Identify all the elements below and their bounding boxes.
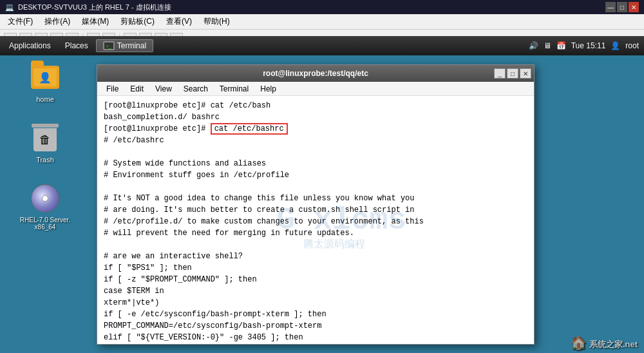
network-icon[interactable]: 🖥	[544, 41, 551, 50]
taskbar-applications[interactable]: Applications	[3, 40, 57, 52]
term-line-1: [root@linuxprobe etc]# cat /etc/bash	[104, 100, 527, 111]
close-button[interactable]: ✕	[629, 2, 639, 12]
home-folder-icon: 👤	[30, 62, 61, 93]
desktop-icon-trash[interactable]: 🗑 Trash	[19, 122, 71, 164]
trash-label: Trash	[36, 156, 54, 164]
bottom-watermark-text: 系统之家.net	[589, 339, 638, 349]
term-line-9: # It's NOT a good idea to change this fi…	[104, 193, 527, 204]
term-line-15: if [ "$PS1" ]; then	[104, 262, 527, 274]
trash-body: 🗑	[33, 128, 57, 151]
volume-icon[interactable]: 🔊	[529, 41, 538, 50]
applications-label: Applications	[9, 41, 51, 50]
terminal-minimize[interactable]: _	[494, 68, 506, 79]
terminal-win-controls: _ □ ✕	[494, 68, 531, 79]
folder-shape: 👤	[31, 66, 59, 89]
menu-clipboard[interactable]: 剪贴板(C)	[115, 15, 160, 28]
vm-icon: 💻	[5, 3, 14, 12]
term-line-4: # /etc/bashrc	[104, 135, 527, 146]
terminal-title: root@linuxprobe:/test/qq/etc	[263, 69, 368, 78]
term-line-12: # will prevent the need for merging in f…	[104, 227, 527, 239]
term-line-2: bash_completion.d/ bashrc	[104, 111, 527, 123]
trash-icon-img: 🗑	[30, 122, 61, 153]
menu-action[interactable]: 操作(A)	[39, 15, 75, 28]
term-line-22: PROMPT_COMMAND="__vte_prompt_command"	[104, 343, 527, 344]
term-line-21: elif [ "${VTE_VERSION:-0}" -ge 3405 ]; t…	[104, 332, 527, 343]
terminal-menubar: File Edit View Search Terminal Help	[97, 82, 534, 96]
taskbar-places[interactable]: Places	[59, 40, 95, 52]
vm-title: DESKTOP-SVTVUU3 上的 RHEL 7 - 虚拟机连接	[18, 3, 171, 12]
desktop-icon-dvd[interactable]: RHEL-7.0 Server. x86_64	[19, 183, 71, 231]
terminal-icon-text: >_	[106, 44, 111, 48]
titlebar-left: 💻 DESKTOP-SVTVUU3 上的 RHEL 7 - 虚拟机连接	[5, 3, 171, 12]
titlebar-controls: — □ ✕	[605, 2, 639, 12]
terminal-close[interactable]: ✕	[520, 68, 531, 79]
term-line-7: # Environment stuff goes in /etc/profile	[104, 169, 527, 181]
vm-titlebar: 💻 DESKTOP-SVTVUU3 上的 RHEL 7 - 虚拟机连接 — □ …	[0, 0, 644, 14]
bottom-watermark: 🏠 系统之家.net	[571, 335, 638, 350]
menu-file[interactable]: 文件(F)	[3, 15, 38, 28]
taskbar-right: 🔊 🖥 📅 Tue 15:11 👤 root	[529, 41, 641, 50]
trash-symbol: 🗑	[39, 133, 51, 147]
trash-lid	[32, 124, 59, 128]
term-menu-search[interactable]: Search	[178, 84, 213, 94]
user-icon: 👤	[611, 41, 620, 50]
terminal-icon: >_	[103, 41, 115, 50]
term-line-6: # System wide functions and aliases	[104, 158, 527, 169]
term-line-19: if [ -e /etc/sysconfig/bash-prompt-xterm…	[104, 309, 527, 320]
dvd-hole	[42, 195, 48, 202]
dvd-icon-img	[30, 183, 61, 214]
menu-view[interactable]: 查看(V)	[161, 15, 197, 28]
term-line-5	[104, 146, 527, 158]
term-line-18: xterm*|vte*)	[104, 297, 527, 309]
maximize-button[interactable]: □	[617, 2, 627, 12]
terminal-content: [root@linuxprobe etc]# cat /etc/bash bas…	[97, 96, 534, 344]
desktop-icon-home[interactable]: 👤 home	[19, 62, 71, 103]
term-line-8	[104, 181, 527, 193]
term-line-10: # are doing. It's much better to create …	[104, 204, 527, 216]
term-cmd-highlight: cat /etc/bashrc	[211, 123, 288, 135]
minimize-button[interactable]: —	[605, 2, 616, 12]
menu-media[interactable]: 媒体(M)	[77, 15, 114, 28]
dvd-shape	[31, 184, 59, 213]
folder-inner: 👤	[33, 68, 57, 86]
term-line-17: case $TERM in	[104, 285, 527, 297]
trash-shape: 🗑	[33, 124, 57, 152]
vm-menubar: 文件(F) 操作(A) 媒体(M) 剪贴板(C) 查看(V) 帮助(H)	[0, 14, 644, 30]
term-menu-help[interactable]: Help	[255, 84, 281, 94]
term-menu-edit[interactable]: Edit	[125, 84, 149, 94]
taskbar-user: root	[625, 41, 639, 50]
bottom-logo-icon: 🏠	[571, 336, 587, 350]
terminal-label: Terminal	[117, 41, 146, 50]
rhel-taskbar: Applications Places >_ Terminal 🔊 🖥 📅 Tu…	[0, 36, 644, 55]
term-line-16: if [ -z "$PROMPT_COMMAND" ]; then	[104, 274, 527, 285]
term-line-20: PROMPT_COMMAND=/etc/sysconfig/bash-promp…	[104, 320, 527, 332]
term-menu-file[interactable]: File	[101, 84, 124, 94]
terminal-maximize[interactable]: □	[507, 68, 518, 79]
home-label: home	[36, 95, 54, 103]
person-icon: 👤	[39, 72, 52, 84]
term-menu-terminal[interactable]: Terminal	[214, 84, 254, 94]
terminal-window: root@linuxprobe:/test/qq/etc _ □ ✕ File …	[97, 64, 535, 345]
term-line-14: # are we an interactive shell?	[104, 251, 527, 262]
desktop-area: 👤 home 🗑 Trash RHEL-7.0 Server. x86_64	[0, 55, 90, 353]
term-line-3: [root@linuxprobe etc]# cat /etc/bashrc	[104, 123, 527, 135]
term-menu-view[interactable]: View	[150, 84, 177, 94]
term-line-13	[104, 239, 527, 251]
menu-help[interactable]: 帮助(H)	[198, 15, 235, 28]
term-prompt-3: [root@linuxprobe etc]#	[104, 124, 211, 133]
terminal-titlebar: root@linuxprobe:/test/qq/etc _ □ ✕	[97, 65, 534, 82]
taskbar-time: Tue 15:11	[571, 41, 606, 50]
places-label: Places	[65, 41, 88, 50]
clock-icon: 📅	[556, 41, 566, 50]
dvd-label: RHEL-7.0 Server. x86_64	[20, 216, 70, 231]
taskbar-terminal[interactable]: >_ Terminal	[96, 39, 153, 52]
term-line-11: # /etc/profile.d/ to make custom changes…	[104, 216, 527, 227]
